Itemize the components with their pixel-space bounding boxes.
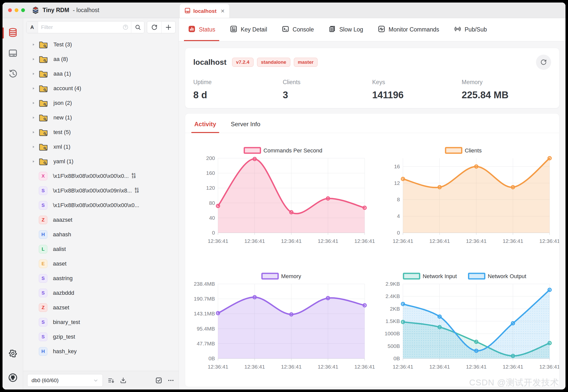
folder-icon — [39, 99, 48, 107]
tree-folder[interactable]: account (4) — [23, 81, 179, 96]
caret-right-icon[interactable] — [31, 101, 36, 105]
caret-right-icon[interactable] — [31, 130, 36, 134]
filter-input[interactable] — [38, 21, 122, 33]
tree-folder[interactable]: new (1) — [23, 110, 179, 125]
x-tick-label: 12:36:41 — [393, 364, 413, 370]
y-tick-label: 200 — [206, 155, 215, 161]
tree-folder[interactable]: test (5) — [23, 125, 179, 140]
rail-item-browser[interactable] — [3, 25, 23, 41]
tab-slow-log[interactable]: Slow Log — [324, 18, 367, 41]
import-keys-button[interactable] — [119, 377, 127, 384]
x-tick-label: 12:36:41 — [539, 364, 559, 370]
caret-right-icon[interactable] — [31, 86, 36, 90]
stat-memory: Memory225.84 MB — [462, 79, 551, 101]
folder-label: test (5) — [53, 129, 71, 136]
tree-folder[interactable]: yaml (1) — [23, 154, 179, 169]
tree-key[interactable]: S\x1F\x8B\x08\x00\x00\x09n\x8...0110 — [23, 183, 179, 198]
tree-folder[interactable]: json (2) — [23, 96, 179, 110]
tab-server-info[interactable]: Server Info — [231, 121, 260, 133]
tree-folder[interactable]: Test (3) — [23, 37, 179, 52]
nav-tab-label: Slow Log — [339, 26, 363, 33]
key-type-badge: S — [39, 333, 47, 341]
y-tick-label: 143.1MB — [194, 311, 215, 316]
y-tick-label: 160 — [206, 170, 215, 176]
db-select[interactable]: db0 (60/60) — [27, 374, 103, 387]
stat-label: Keys — [372, 79, 462, 86]
tree-key[interactable]: Haahash — [23, 227, 179, 242]
rail-item-servers[interactable] — [3, 46, 23, 61]
tab-status[interactable]: Status — [184, 18, 219, 41]
app-logo-icon — [31, 6, 40, 14]
caret-right-icon[interactable] — [31, 72, 36, 76]
key-name: gzip_test — [53, 334, 75, 340]
sort-keys-button[interactable] — [107, 377, 115, 384]
key-type-badge: H — [39, 347, 47, 356]
tab-pub-sub[interactable]: Pub/Sub — [450, 18, 491, 41]
tree-folder[interactable]: xml (1) — [23, 140, 179, 154]
rail-item-github[interactable] — [3, 370, 23, 386]
y-tick-label: 8 — [397, 197, 400, 203]
settings-icon — [8, 349, 17, 359]
tab-localhost[interactable]: localhost ✕ — [179, 4, 230, 18]
folder-label: xml (1) — [53, 144, 70, 150]
tree-key[interactable]: Laalist — [23, 242, 179, 256]
caret-right-icon[interactable] — [31, 43, 36, 47]
y-tick-label: 0B — [393, 355, 400, 361]
tree-key[interactable]: Eaaset — [23, 256, 179, 271]
tree-folder[interactable]: aa (8) — [23, 52, 179, 67]
key-name: binary_test — [53, 319, 80, 325]
history-icon — [8, 69, 18, 80]
minimize-window-button[interactable] — [15, 8, 18, 12]
tab-close-icon[interactable]: ✕ — [220, 8, 225, 14]
rail-item-history[interactable] — [3, 67, 23, 82]
add-key-button[interactable] — [161, 21, 175, 33]
tree-folder[interactable]: aaa (1) — [23, 67, 179, 81]
chart-network: 0B500B1000B1.5KB2KB2.4KB2.9KB12:36:4112:… — [372, 261, 557, 387]
key-browser-panel: A Test (3 — [23, 18, 179, 389]
tab-key-detail[interactable]: Key Detail — [226, 18, 271, 41]
x-tick-label: 12:36:41 — [466, 238, 487, 244]
tab-monitor-commands[interactable]: Monitor Commands — [374, 18, 443, 41]
close-window-button[interactable] — [8, 8, 12, 12]
legend-item[interactable]: Commands Per Second — [244, 147, 322, 154]
tree-key[interactable]: Saastring — [23, 271, 179, 286]
legend-item[interactable]: Network Output — [469, 273, 526, 279]
checkbox-mode-button[interactable] — [155, 377, 163, 384]
key-name: \x1F\x8B\x08\x00\x00\x09n\x8... — [53, 187, 132, 194]
zoom-window-button[interactable] — [21, 8, 25, 12]
caret-right-icon[interactable] — [31, 116, 36, 120]
tree-key[interactable]: Zaaazset — [23, 213, 179, 227]
tree-key[interactable]: Sgzip_test — [23, 330, 179, 344]
key-type-badge: S — [39, 274, 47, 283]
tree-key[interactable]: S\x1F\x8B\x08\x00\x00\x00\x00\x0... — [23, 198, 179, 213]
tree-key[interactable]: Hhash_key — [23, 344, 179, 359]
more-actions-button[interactable] — [167, 377, 175, 384]
window-title: Tiny RDM - localhost — [43, 7, 99, 14]
sidebar-rail — [3, 18, 23, 389]
caret-right-icon[interactable] — [31, 159, 36, 164]
legend-label: Commands Per Second — [263, 147, 322, 154]
reload-keys-button[interactable] — [147, 21, 161, 33]
x-tick-label: 12:36:41 — [503, 238, 523, 244]
legend-item[interactable]: Network Input — [403, 273, 457, 279]
server-stats: Uptime8 dClients3Keys141196Memory225.84 … — [193, 79, 551, 101]
legend-item[interactable]: Clients — [446, 147, 482, 154]
legend-item[interactable]: Memory — [262, 273, 301, 279]
key-type-badge: H — [39, 230, 47, 239]
filter-mode-button[interactable]: A — [26, 21, 38, 33]
rail-item-settings[interactable] — [3, 346, 23, 362]
key-type-badge: E — [39, 259, 47, 268]
folder-icon — [39, 114, 48, 122]
search-button[interactable] — [131, 21, 144, 33]
tree-key[interactable]: Saazbddd — [23, 286, 179, 300]
tree-key[interactable]: X\x1F\x8B\x08\x00\x00\x00\x0...0110 — [23, 169, 179, 183]
caret-right-icon[interactable] — [31, 145, 36, 149]
tree-key[interactable]: Zaazset — [23, 300, 179, 315]
caret-right-icon[interactable] — [31, 57, 36, 61]
refresh-status-button[interactable] — [536, 55, 551, 70]
tab-console[interactable]: Console — [278, 18, 318, 41]
tree-key[interactable]: Sbinary_test — [23, 315, 179, 330]
nav-tab-label: Key Detail — [241, 26, 267, 33]
tab-activity[interactable]: Activity — [194, 121, 216, 133]
y-tick-label: 2.9KB — [386, 281, 400, 287]
